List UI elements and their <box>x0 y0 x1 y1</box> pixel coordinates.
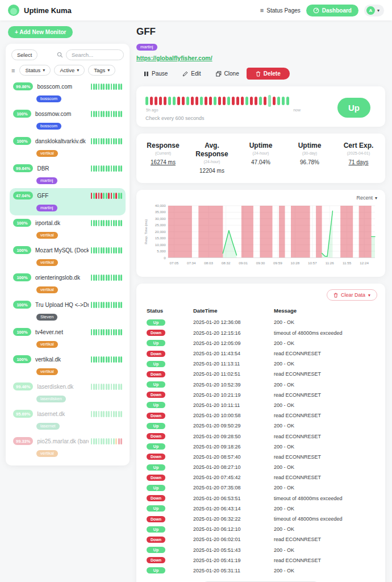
heartbeat-bar <box>111 356 112 363</box>
monitor-heartbeat <box>91 411 122 417</box>
filter-active[interactable]: Active▾ <box>54 65 85 76</box>
status-badge: Up <box>147 381 165 388</box>
edit-button[interactable]: Edit <box>175 68 208 80</box>
svg-text:15,000: 15,000 <box>155 236 166 240</box>
clear-data-button[interactable]: Clear Data ▾ <box>327 289 377 301</box>
sort-icon[interactable]: ≡ <box>11 67 15 74</box>
status-badge: Up <box>147 340 165 346</box>
heartbeat-bar <box>108 138 110 144</box>
monitor-list-item[interactable]: 100%dansklokaltvarkiv.dkvertikal <box>10 134 126 161</box>
monitor-list-item[interactable]: 100%irportal.dkvertikal <box>10 215 126 243</box>
status-pages-link[interactable]: ≡ Status Pages <box>260 7 301 14</box>
monitor-list-item[interactable]: 99.86%bosscom.combosscom <box>10 79 126 106</box>
monitor-list-item[interactable]: 100%vertikal.dkvertikal <box>10 352 126 379</box>
monitor-url-link[interactable]: https://globalflyfisher.com/ <box>136 55 212 61</box>
monitor-tag: vertikal <box>36 286 58 293</box>
monitor-list-item[interactable]: 47.04%GFFmartinj <box>10 188 126 215</box>
user-menu[interactable]: A ▾ <box>364 5 384 16</box>
heartbeat-bar <box>93 193 95 199</box>
heartbeat-bar <box>273 97 276 105</box>
monitor-name: DBR <box>37 165 88 172</box>
heartbeat-bar <box>245 97 248 105</box>
monitor-list-item[interactable]: 100%orienteringslob.dkvertikal <box>10 270 126 297</box>
heartbeat-bar <box>118 438 120 444</box>
select-button[interactable]: Select <box>11 49 37 60</box>
monitor-list-item[interactable]: 99.46%laserdisken.dklaserdisken <box>10 379 126 406</box>
pause-button[interactable]: Pause <box>136 68 175 80</box>
heartbeat-bar <box>91 220 93 226</box>
status-badge: Down <box>147 454 165 460</box>
heartbeat-bar <box>106 111 107 117</box>
heartbeat-bar <box>95 411 97 417</box>
monitor-name: lasernet.dk <box>37 411 88 417</box>
stat-title: Cert Exp. <box>334 142 383 150</box>
monitor-list-item[interactable]: 100%bossmow.combosscom <box>10 106 126 134</box>
monitor-heartbeat <box>91 356 122 363</box>
heartbeat-bar <box>95 384 97 390</box>
heartbeat-bar <box>118 193 120 199</box>
heartbeat-bar <box>101 111 102 117</box>
status-badge: Down <box>147 537 165 543</box>
filter-tags[interactable]: Tags▾ <box>88 65 115 76</box>
heartbeat-bar <box>113 165 115 172</box>
heartbeat-bar <box>111 111 112 117</box>
monitor-tag: bosscom <box>36 123 61 130</box>
heartbeat-bar <box>103 275 105 281</box>
monitor-list-card: Select ≡ Status▾Active▾Tags▾ 99.86%bossc… <box>6 44 130 465</box>
heartbeat-bar <box>106 247 107 253</box>
filter-label: Active <box>60 67 74 73</box>
heartbeat-bar <box>120 220 122 226</box>
brand[interactable]: Uptime Kuma <box>8 5 72 16</box>
chart-period-dropdown[interactable]: Recent ▾ <box>356 195 377 201</box>
delete-button[interactable]: Delete <box>247 68 290 80</box>
add-new-monitor-button[interactable]: + Add New Monitor <box>8 26 73 38</box>
heartbeat-bar <box>98 165 100 172</box>
monitor-name: tv4ever.net <box>35 329 89 335</box>
heartbeat-bar <box>106 438 107 444</box>
filter-status[interactable]: Status▾ <box>19 65 51 76</box>
monitor-tag: bosscom <box>36 95 61 102</box>
heartbeat-bar <box>115 384 117 390</box>
heartbeat-bar <box>98 193 100 199</box>
monitor-list-item[interactable]: 99.64%DBRmartinj <box>10 161 126 188</box>
status-badge: Up <box>147 526 165 533</box>
stat-subtitle: (24-hour) <box>236 151 285 155</box>
table-row: Down2025-01-20 05:41:19read ECONNRESET <box>144 555 377 566</box>
status-badge: Up <box>147 485 165 491</box>
heartbeat-bar <box>101 302 102 308</box>
heartbeat-bar <box>91 329 93 335</box>
monitor-list-item[interactable]: 99.33%pio25.marlar.dk (bare til testvert… <box>10 434 126 461</box>
event-datetime: 2025-01-20 05:31:11 <box>193 568 274 573</box>
heartbeat-bar <box>195 97 198 105</box>
avatar: A <box>366 6 375 15</box>
monitor-list-item[interactable]: 100%Tru Upload HQ <->DrupalSteven <box>10 297 126 325</box>
clone-button[interactable]: Clone <box>208 68 247 80</box>
monitor-list-item[interactable]: 100%Mozart MySQL (Docker)vertikal <box>10 243 126 270</box>
heartbeat-bar <box>223 97 226 105</box>
event-message: 200 - OK <box>274 402 375 408</box>
heartbeat-bar <box>95 220 97 226</box>
table-row: Down2025-01-20 11:02:51read ECONNRESET <box>144 369 377 379</box>
dashboard-button[interactable]: Dashboard <box>306 5 358 16</box>
monitor-tag: vertikal <box>36 232 58 239</box>
heartbeat-zone: 5h ago now Check every 600 seconds <box>145 94 331 121</box>
monitor-heartbeat <box>91 111 122 117</box>
search-wrap <box>57 49 124 60</box>
chevron-down-icon: ▾ <box>377 8 380 13</box>
heartbeat-bar <box>103 384 105 390</box>
uptime-kuma-logo-icon <box>8 5 19 16</box>
heartbeat-bar <box>168 97 171 105</box>
monitor-name: Mozart MySQL (Docker) <box>35 247 89 253</box>
monitor-list-item[interactable]: 100%tv4ever.netvertikal <box>10 325 126 352</box>
heartbeat-bar <box>95 302 97 308</box>
search-input[interactable] <box>66 49 124 60</box>
event-message: timeout of 48000ms exceeded <box>274 496 375 501</box>
stat-item: Uptime(30-day)96.78% <box>285 142 334 174</box>
stat-value: 47.04% <box>236 159 285 165</box>
edit-icon <box>182 71 188 77</box>
table-row: Down2025-01-20 12:15:16timeout of 48000m… <box>144 328 377 338</box>
svg-text:5,000: 5,000 <box>157 249 166 253</box>
monitor-list-item[interactable]: 95.69%lasernet.dklasernet <box>10 406 126 434</box>
table-row: Up2025-01-20 09:50:29200 - OK <box>144 421 377 431</box>
filter-row: ≡ Status▾Active▾Tags▾ <box>10 65 126 76</box>
